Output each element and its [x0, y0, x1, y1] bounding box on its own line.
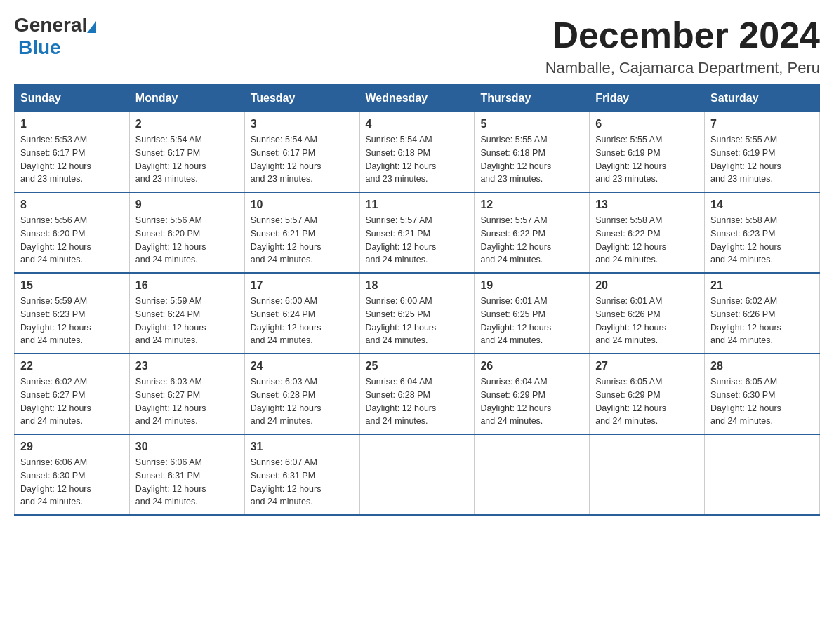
day-info: Sunrise: 5:57 AM Sunset: 6:21 PM Dayligh… [366, 214, 469, 267]
header-tuesday: Tuesday [244, 85, 359, 112]
day-info: Sunrise: 5:56 AM Sunset: 6:20 PM Dayligh… [20, 214, 124, 267]
calendar-cell: 1 Sunrise: 5:53 AM Sunset: 6:17 PM Dayli… [15, 112, 130, 193]
calendar-cell: 2 Sunrise: 5:54 AM Sunset: 6:17 PM Dayli… [129, 112, 244, 193]
day-number: 21 [710, 279, 814, 292]
day-info: Sunrise: 5:58 AM Sunset: 6:22 PM Dayligh… [595, 214, 699, 267]
day-number: 10 [251, 199, 354, 211]
day-number: 15 [20, 279, 124, 292]
calendar-week-3: 15 Sunrise: 5:59 AM Sunset: 6:23 PM Dayl… [15, 273, 820, 354]
calendar-cell: 4 Sunrise: 5:54 AM Sunset: 6:18 PM Dayli… [359, 112, 475, 193]
day-number: 1 [20, 118, 124, 130]
calendar-cell: 23 Sunrise: 6:03 AM Sunset: 6:27 PM Dayl… [129, 354, 244, 434]
day-info: Sunrise: 5:58 AM Sunset: 6:23 PM Dayligh… [710, 214, 814, 267]
day-info: Sunrise: 5:59 AM Sunset: 6:23 PM Dayligh… [20, 295, 124, 347]
day-info: Sunrise: 5:55 AM Sunset: 6:19 PM Dayligh… [595, 133, 699, 186]
calendar-cell: 26 Sunrise: 6:04 AM Sunset: 6:29 PM Dayl… [475, 354, 590, 434]
day-number: 29 [20, 441, 124, 453]
calendar-cell: 7 Sunrise: 5:55 AM Sunset: 6:19 PM Dayli… [705, 112, 820, 193]
day-number: 28 [710, 360, 814, 373]
day-number: 22 [20, 360, 124, 373]
calendar-cell: 21 Sunrise: 6:02 AM Sunset: 6:26 PM Dayl… [705, 273, 820, 354]
calendar-cell: 17 Sunrise: 6:00 AM Sunset: 6:24 PM Dayl… [244, 273, 359, 354]
header-sunday: Sunday [15, 85, 130, 112]
calendar-cell: 14 Sunrise: 5:58 AM Sunset: 6:23 PM Dayl… [705, 192, 820, 273]
calendar-cell: 11 Sunrise: 5:57 AM Sunset: 6:21 PM Dayl… [359, 192, 475, 273]
day-number: 6 [595, 118, 699, 130]
calendar-cell: 9 Sunrise: 5:56 AM Sunset: 6:20 PM Dayli… [129, 192, 244, 273]
calendar-cell: 22 Sunrise: 6:02 AM Sunset: 6:27 PM Dayl… [15, 354, 130, 434]
header-wednesday: Wednesday [359, 85, 475, 112]
day-number: 2 [135, 118, 239, 130]
day-info: Sunrise: 6:06 AM Sunset: 6:30 PM Dayligh… [20, 456, 124, 509]
day-info: Sunrise: 6:01 AM Sunset: 6:25 PM Dayligh… [480, 295, 583, 347]
calendar-week-5: 29 Sunrise: 6:06 AM Sunset: 6:30 PM Dayl… [15, 434, 820, 515]
calendar-header-row: SundayMondayTuesdayWednesdayThursdayFrid… [15, 85, 820, 112]
calendar-cell: 16 Sunrise: 5:59 AM Sunset: 6:24 PM Dayl… [129, 273, 244, 354]
day-info: Sunrise: 6:07 AM Sunset: 6:31 PM Dayligh… [251, 456, 354, 509]
calendar-cell [705, 434, 820, 515]
calendar-cell: 27 Sunrise: 6:05 AM Sunset: 6:29 PM Dayl… [590, 354, 705, 434]
day-number: 17 [251, 279, 354, 292]
day-info: Sunrise: 5:57 AM Sunset: 6:22 PM Dayligh… [480, 214, 583, 267]
day-info: Sunrise: 6:00 AM Sunset: 6:25 PM Dayligh… [366, 295, 469, 347]
calendar-cell [359, 434, 475, 515]
calendar-cell: 19 Sunrise: 6:01 AM Sunset: 6:25 PM Dayl… [475, 273, 590, 354]
day-number: 20 [595, 279, 699, 292]
day-info: Sunrise: 5:53 AM Sunset: 6:17 PM Dayligh… [20, 133, 124, 186]
calendar-cell: 3 Sunrise: 5:54 AM Sunset: 6:17 PM Dayli… [244, 112, 359, 193]
day-number: 12 [480, 199, 583, 211]
logo: General Blue [14, 14, 96, 59]
day-number: 4 [366, 118, 469, 130]
day-number: 27 [595, 360, 699, 373]
day-info: Sunrise: 6:02 AM Sunset: 6:26 PM Dayligh… [710, 295, 814, 347]
header-saturday: Saturday [705, 85, 820, 112]
calendar-cell: 10 Sunrise: 5:57 AM Sunset: 6:21 PM Dayl… [244, 192, 359, 273]
day-number: 30 [135, 441, 239, 453]
calendar-cell: 6 Sunrise: 5:55 AM Sunset: 6:19 PM Dayli… [590, 112, 705, 193]
day-info: Sunrise: 5:55 AM Sunset: 6:18 PM Dayligh… [480, 133, 583, 186]
calendar-cell: 30 Sunrise: 6:06 AM Sunset: 6:31 PM Dayl… [129, 434, 244, 515]
day-number: 13 [595, 199, 699, 211]
calendar-cell [590, 434, 705, 515]
day-number: 26 [480, 360, 583, 373]
calendar-table: SundayMondayTuesdayWednesdayThursdayFrid… [14, 84, 820, 516]
calendar-cell: 13 Sunrise: 5:58 AM Sunset: 6:22 PM Dayl… [590, 192, 705, 273]
day-number: 19 [480, 279, 583, 292]
day-number: 7 [710, 118, 814, 130]
day-info: Sunrise: 6:04 AM Sunset: 6:28 PM Dayligh… [366, 375, 469, 428]
day-number: 23 [135, 360, 239, 373]
day-info: Sunrise: 5:54 AM Sunset: 6:18 PM Dayligh… [366, 133, 469, 186]
calendar-week-2: 8 Sunrise: 5:56 AM Sunset: 6:20 PM Dayli… [15, 192, 820, 273]
day-info: Sunrise: 5:54 AM Sunset: 6:17 PM Dayligh… [251, 133, 354, 186]
day-info: Sunrise: 6:06 AM Sunset: 6:31 PM Dayligh… [135, 456, 239, 509]
calendar-cell: 31 Sunrise: 6:07 AM Sunset: 6:31 PM Dayl… [244, 434, 359, 515]
calendar-cell: 18 Sunrise: 6:00 AM Sunset: 6:25 PM Dayl… [359, 273, 475, 354]
day-info: Sunrise: 6:01 AM Sunset: 6:26 PM Dayligh… [595, 295, 699, 347]
calendar-cell: 29 Sunrise: 6:06 AM Sunset: 6:30 PM Dayl… [15, 434, 130, 515]
day-info: Sunrise: 6:04 AM Sunset: 6:29 PM Dayligh… [480, 375, 583, 428]
header-monday: Monday [129, 85, 244, 112]
day-info: Sunrise: 6:03 AM Sunset: 6:28 PM Dayligh… [251, 375, 354, 428]
header-thursday: Thursday [475, 85, 590, 112]
calendar-week-1: 1 Sunrise: 5:53 AM Sunset: 6:17 PM Dayli… [15, 112, 820, 193]
calendar-cell: 25 Sunrise: 6:04 AM Sunset: 6:28 PM Dayl… [359, 354, 475, 434]
calendar-cell: 5 Sunrise: 5:55 AM Sunset: 6:18 PM Dayli… [475, 112, 590, 193]
title-section: December 2024 Namballe, Cajamarca Depart… [545, 14, 820, 77]
day-info: Sunrise: 6:05 AM Sunset: 6:29 PM Dayligh… [595, 375, 699, 428]
day-number: 11 [366, 199, 469, 211]
day-info: Sunrise: 6:00 AM Sunset: 6:24 PM Dayligh… [251, 295, 354, 347]
calendar-cell: 24 Sunrise: 6:03 AM Sunset: 6:28 PM Dayl… [244, 354, 359, 434]
day-number: 18 [366, 279, 469, 292]
header-friday: Friday [590, 85, 705, 112]
calendar-cell: 20 Sunrise: 6:01 AM Sunset: 6:26 PM Dayl… [590, 273, 705, 354]
day-number: 16 [135, 279, 239, 292]
calendar-cell: 8 Sunrise: 5:56 AM Sunset: 6:20 PM Dayli… [15, 192, 130, 273]
day-info: Sunrise: 5:55 AM Sunset: 6:19 PM Dayligh… [710, 133, 814, 186]
day-info: Sunrise: 6:02 AM Sunset: 6:27 PM Dayligh… [20, 375, 124, 428]
day-info: Sunrise: 5:57 AM Sunset: 6:21 PM Dayligh… [251, 214, 354, 267]
logo-general-text: General [14, 14, 87, 36]
day-info: Sunrise: 6:03 AM Sunset: 6:27 PM Dayligh… [135, 375, 239, 428]
calendar-week-4: 22 Sunrise: 6:02 AM Sunset: 6:27 PM Dayl… [15, 354, 820, 434]
day-number: 14 [710, 199, 814, 211]
day-info: Sunrise: 5:56 AM Sunset: 6:20 PM Dayligh… [135, 214, 239, 267]
